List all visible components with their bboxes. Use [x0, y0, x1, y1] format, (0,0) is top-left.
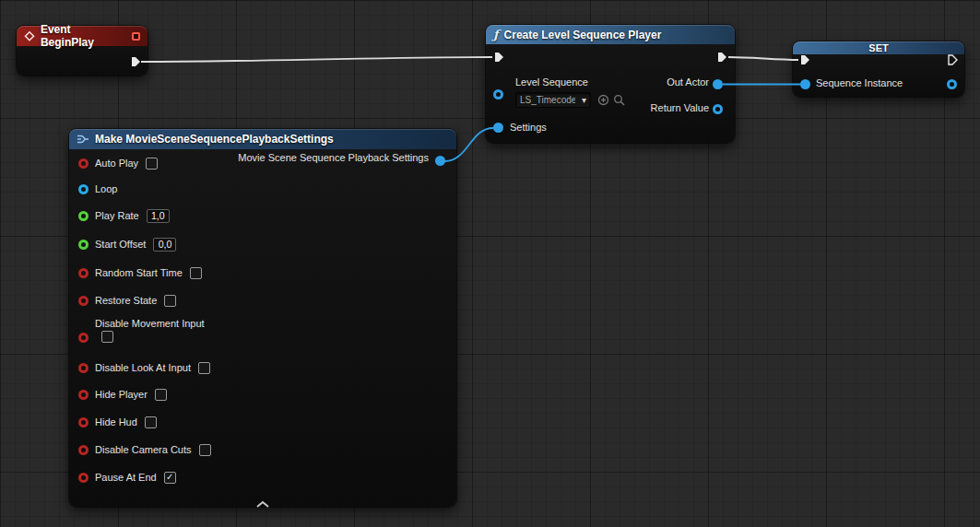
set-output-pin[interactable]: [947, 79, 957, 89]
disable-movement-input-pin[interactable]: [78, 333, 89, 343]
pin-label-level-sequence: Level Sequence: [515, 76, 588, 88]
pause-at-end-pin[interactable]: [78, 473, 89, 483]
pin-label: Disable Movement Input: [95, 318, 456, 329]
blueprint-graph-canvas[interactable]: Event BeginPlay ƒ Create Level Sequence …: [0, 0, 980, 527]
exec-out-pin[interactable]: [946, 53, 959, 66]
disable-look-at-input-checkbox[interactable]: [198, 362, 210, 374]
exec-in-pin[interactable]: [798, 53, 811, 66]
pin-row: Restore State: [69, 291, 456, 310]
exec-out-pin[interactable]: [715, 51, 728, 64]
disable-look-at-input-pin[interactable]: [78, 363, 89, 373]
pin-label: Hide Hud: [95, 416, 137, 427]
pin-label: Loop: [95, 183, 117, 194]
node-title: Event BeginPlay: [41, 23, 126, 49]
pin-label: Disable Look At Input: [95, 362, 191, 373]
disable-camera-cuts-checkbox[interactable]: [199, 444, 211, 456]
hide-hud-checkbox[interactable]: [145, 416, 157, 428]
pin-row: Disable Movement Input: [69, 318, 456, 349]
wire-exec-beginplay-to-create[interactable]: [141, 57, 492, 62]
out-actor-pin[interactable]: [713, 79, 723, 89]
loop-pin[interactable]: [78, 184, 89, 194]
hide-player-checkbox[interactable]: [155, 389, 167, 401]
dropdown-arrow-icon: ▾: [582, 95, 586, 105]
auto-play-pin[interactable]: [78, 158, 89, 169]
random-start-time-pin[interactable]: [78, 268, 89, 278]
node-title: Make MovieSceneSequencePlaybackSettings: [95, 133, 334, 146]
node-make-playback-settings[interactable]: Make MovieSceneSequencePlaybackSettings …: [69, 129, 456, 507]
random-start-time-checkbox[interactable]: [190, 267, 202, 279]
return-value-pin[interactable]: [713, 104, 723, 114]
collapse-node-button[interactable]: [255, 496, 270, 504]
pin-row: Pause At End ✓: [69, 468, 456, 486]
event-node-header: Event BeginPlay: [17, 26, 148, 46]
pin-label: Auto Play: [95, 158, 138, 169]
node-set-variable[interactable]: SET Sequence Instance: [793, 41, 964, 97]
node-create-level-sequence-player[interactable]: ƒ Create Level Sequence Player Level Seq…: [486, 25, 735, 143]
make-node-header: Make MovieSceneSequencePlaybackSettings: [69, 129, 456, 149]
pin-label: Start Offset: [95, 239, 146, 250]
function-node-header: ƒ Create Level Sequence Player: [486, 25, 735, 44]
pin-label-return-value: Return Value: [651, 102, 709, 113]
wire-exec-create-to-set[interactable]: [728, 57, 798, 60]
pause-at-end-checkbox[interactable]: ✓: [164, 472, 176, 484]
node-event-beginplay[interactable]: Event BeginPlay: [17, 26, 148, 76]
exec-in-pin[interactable]: [492, 51, 505, 64]
pin-label-settings: Settings: [510, 122, 547, 133]
pin-label-sequence-instance: Sequence Instance: [816, 77, 903, 88]
sequence-instance-pin[interactable]: [800, 79, 810, 89]
node-title: SET: [868, 42, 888, 53]
hide-player-pin[interactable]: [78, 390, 89, 400]
start-offset-pin[interactable]: [78, 240, 89, 250]
node-title: Create Level Sequence Player: [504, 29, 662, 41]
delegate-pin[interactable]: [132, 32, 140, 41]
pin-row: Start Offset 0,0: [69, 235, 456, 253]
restore-state-checkbox[interactable]: [164, 295, 176, 307]
pin-label: Disable Camera Cuts: [95, 444, 192, 455]
exec-out-pin[interactable]: [129, 55, 142, 68]
play-rate-input[interactable]: 1,0: [147, 209, 170, 223]
pin-label: Restore State: [95, 295, 157, 306]
pin-label: Random Start Time: [95, 267, 183, 278]
start-offset-input[interactable]: 0,0: [153, 238, 176, 252]
browse-asset-icon[interactable]: [613, 94, 625, 106]
pin-row: Hide Player: [69, 385, 456, 404]
pin-row: Auto Play: [69, 154, 456, 172]
make-struct-icon: [77, 133, 89, 146]
level-sequence-pin[interactable]: [493, 89, 503, 100]
use-selected-icon[interactable]: [597, 94, 609, 106]
disable-camera-cuts-pin[interactable]: [78, 445, 89, 455]
level-sequence-dropdown[interactable]: LS_TimecodePr ▾: [515, 92, 591, 108]
set-node-header: SET: [793, 41, 964, 54]
level-sequence-value: LS_TimecodePr: [520, 95, 575, 105]
pin-label: Hide Player: [95, 389, 148, 400]
pin-label: Pause At End: [95, 472, 157, 483]
function-icon: ƒ: [493, 28, 499, 41]
pin-row: Hide Hud: [69, 413, 456, 431]
pin-row: Disable Camera Cuts: [69, 440, 456, 459]
pin-row: Random Start Time: [69, 264, 456, 282]
event-icon: [24, 30, 35, 41]
hide-hud-pin[interactable]: [78, 417, 89, 427]
pin-row: Play Rate 1,0: [69, 206, 456, 225]
pin-row: Disable Look At Input: [69, 358, 456, 377]
pin-label-out-actor: Out Actor: [667, 76, 709, 88]
settings-pin[interactable]: [493, 123, 503, 133]
auto-play-checkbox[interactable]: [146, 158, 158, 170]
pin-row: Loop: [69, 180, 456, 198]
play-rate-pin[interactable]: [78, 211, 89, 221]
disable-movement-input-checkbox[interactable]: [101, 331, 113, 343]
pin-label: Play Rate: [95, 210, 139, 221]
restore-state-pin[interactable]: [78, 296, 89, 306]
